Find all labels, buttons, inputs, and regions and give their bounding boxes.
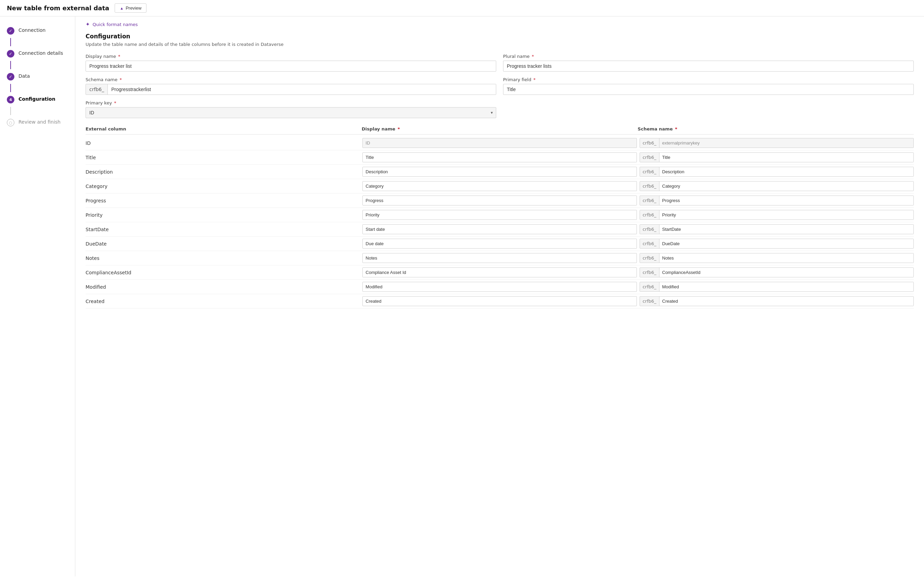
schema-col-input[interactable] [659,153,913,162]
main-layout: Connection Connection details Data 4 Con… [0,16,924,576]
sidebar-connector-2 [10,61,11,69]
form-group-plural-name: Plural name * [503,54,914,72]
schema-cell-prefix: crfb6_ [640,210,659,219]
sidebar-item-label-data: Data [18,73,30,79]
schema-col-input[interactable] [659,196,913,205]
ext-col-name: Priority [85,212,360,218]
schema-col-input[interactable] [659,297,913,306]
required-star-display: * [117,54,121,59]
schema-cell-prefix: crfb6_ [640,167,659,176]
required-star-schema: * [118,77,122,82]
sidebar-item-review-finish[interactable]: ○ Review and finish [0,115,75,130]
display-name-col-input[interactable] [362,167,636,177]
form-row-primary-key: Primary key * ID [85,100,914,118]
display-name-col-input[interactable] [362,253,636,263]
ext-col-name: Modified [85,284,360,290]
table-row: Progress crfb6_ [85,193,914,208]
form-group-display-name: Display name * [85,54,496,72]
plural-name-input[interactable] [503,61,914,72]
schema-input-wrapper: crfb6_ [85,84,496,95]
primary-field-input[interactable] [503,84,914,95]
table-row: Created crfb6_ [85,294,914,308]
schema-cell-wrapper: crfb6_ [640,239,914,248]
columns-rows-container: ID crfb6_ Title crfb6_ Description crfb6… [85,136,914,308]
table-row: ID crfb6_ [85,136,914,150]
schema-col-input[interactable] [659,225,913,234]
primary-key-select[interactable]: ID [85,107,496,118]
display-name-col-input[interactable] [362,181,636,191]
step-icon-data [7,73,14,81]
required-star-primary: * [532,77,535,82]
form-group-schema: Schema name * crfb6_ [85,77,496,95]
preview-icon: ▲ [120,6,124,10]
display-name-col-input[interactable] [362,210,636,220]
quick-format-label: Quick format names [93,22,138,27]
form-row-schema: Schema name * crfb6_ Primary field * [85,77,914,95]
display-name-col-input[interactable] [362,296,636,306]
schema-col-input[interactable] [659,182,913,191]
schema-value-input[interactable] [108,84,496,95]
ext-col-name: Description [85,169,360,175]
plural-name-label: Plural name * [503,54,914,59]
display-name-col-input[interactable] [362,239,636,248]
schema-cell-wrapper: crfb6_ [640,268,914,277]
display-name-col-input[interactable] [362,152,636,162]
schema-col-input[interactable] [659,282,913,292]
ext-col-name: ComplianceAssetId [85,270,360,275]
schema-name-label: Schema name * [85,77,496,82]
schema-cell-prefix: crfb6_ [640,196,659,205]
table-row: Title crfb6_ [85,150,914,165]
sidebar-item-label-connection-details: Connection details [18,50,63,56]
sidebar: Connection Connection details Data 4 Con… [0,16,75,576]
checkmark-icon-2 [9,52,12,56]
table-row: Description crfb6_ [85,165,914,179]
required-star-key: * [112,100,116,105]
preview-button[interactable]: ▲ Preview [115,3,146,13]
form-row-names: Display name * Plural name * [85,54,914,72]
ext-col-name: Title [85,155,360,160]
display-name-col-input[interactable] [362,195,636,205]
schema-col-input[interactable] [659,210,913,219]
schema-cell-prefix: crfb6_ [640,153,659,162]
display-name-col-input[interactable] [362,282,636,292]
form-group-primary-key: Primary key * ID [85,100,496,118]
schema-prefix: crfb6_ [86,84,108,95]
display-name-col-input[interactable] [362,224,636,234]
schema-cell-wrapper: crfb6_ [640,195,914,205]
schema-cell-wrapper: crfb6_ [640,138,914,148]
schema-col-input[interactable] [659,239,913,248]
schema-cell-prefix: crfb6_ [640,253,659,263]
sidebar-item-connection-details[interactable]: Connection details [0,46,75,61]
schema-col-input[interactable] [659,167,913,176]
table-row: ComplianceAssetId crfb6_ [85,265,914,280]
page-title: New table from external data [7,5,109,12]
display-name-input[interactable] [85,61,496,72]
sidebar-item-data[interactable]: Data [0,69,75,84]
table-row: Modified crfb6_ [85,280,914,294]
schema-cell-wrapper: crfb6_ [640,224,914,234]
schema-cell-prefix: crfb6_ [640,139,659,148]
schema-col-input [659,139,913,148]
display-name-col-input[interactable] [362,268,636,277]
main-content: ✦ Quick format names Configuration Updat… [75,16,924,576]
quick-format-button[interactable]: ✦ Quick format names [85,16,914,29]
ext-col-name: Created [85,298,360,304]
ext-col-name: StartDate [85,227,360,232]
schema-col-input[interactable] [659,268,913,277]
table-row: Priority crfb6_ [85,208,914,222]
primary-field-label: Primary field * [503,77,914,82]
sidebar-connector-4 [10,107,11,115]
col-header-external: External column [85,126,362,132]
sidebar-connector-3 [10,84,11,92]
sidebar-item-configuration[interactable]: 4 Configuration [0,92,75,107]
ext-col-name: DueDate [85,241,360,247]
schema-cell-wrapper: crfb6_ [640,282,914,292]
table-row: Notes crfb6_ [85,251,914,265]
sidebar-item-connection[interactable]: Connection [0,23,75,38]
schema-col-input[interactable] [659,253,913,263]
sidebar-connector-1 [10,38,11,46]
ext-col-name: ID [85,140,360,146]
step-icon-connection [7,27,14,35]
primary-key-label: Primary key * [85,100,496,105]
checkmark-icon [9,28,12,33]
